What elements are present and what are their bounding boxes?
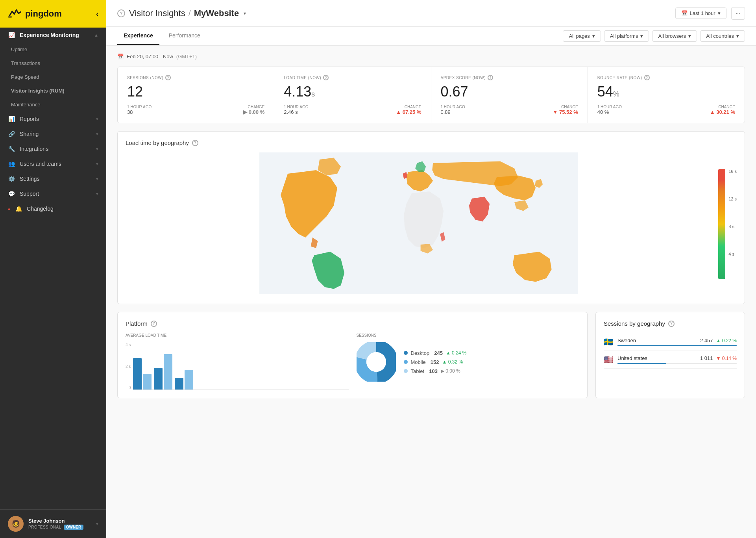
sessions-change: ▶ 0.00 %	[243, 109, 264, 115]
sidebar-collapse-button[interactable]: ‹	[96, 10, 98, 18]
sidebar-item-sharing[interactable]: 🔗 Sharing ▾	[0, 126, 106, 141]
map-area	[126, 152, 712, 296]
desktop-dot	[404, 351, 408, 355]
load-time-change: ▲ 67.25 %	[396, 109, 421, 115]
map-container: 16 s 12 s 8 s 4 s	[126, 152, 737, 296]
filter-all-pages[interactable]: All pages ▾	[563, 30, 601, 42]
geo-help-icon[interactable]: ?	[668, 321, 675, 327]
changelog-dot: ●	[8, 207, 10, 211]
stat-card-load-time: LOAD TIME (NOW) ? 4.13s 1 HOUR AGO 2.46 …	[274, 67, 431, 123]
sweden-info: Sweden 2 457 ▲ 0.22 %	[617, 338, 737, 346]
bottom-grid: Platform ? AVERAGE LOAD TIME 4 s 2 s 0	[117, 312, 745, 398]
pie-legend-mobile: Mobile 152 ▲ 0.32 %	[404, 359, 467, 365]
stat-card-sessions: SESSIONS (NOW) ? 12 1 HOUR AGO 38 CHANGE…	[118, 67, 274, 123]
settings-chevron: ▾	[96, 176, 98, 182]
geo-row-sweden: 🇸🇪 Sweden 2 457 ▲ 0.22 %	[604, 333, 737, 351]
filter-all-platforms[interactable]: All platforms ▾	[604, 30, 649, 42]
stat-card-apdex: APDEX SCORE (NOW) ? 0.67 1 HOUR AGO 0.89…	[431, 67, 588, 123]
date-range: 📅 Feb 20, 07:00 - Now (GMT+1)	[117, 54, 745, 59]
platform-section: Platform ? AVERAGE LOAD TIME 4 s 2 s 0	[117, 312, 588, 398]
sidebar-item-page-speed[interactable]: Page Speed	[0, 70, 106, 84]
load-time-footer: 1 HOUR AGO 2.46 s CHANGE ▲ 67.25 %	[284, 105, 421, 115]
bars	[133, 342, 348, 390]
owner-badge: OWNER	[64, 525, 83, 530]
load-time-value: 4.13s	[284, 83, 421, 100]
bar-tablet-load	[175, 378, 183, 390]
sidebar-nav: 📊 Reports ▾ 🔗 Sharing ▾ 🔧 Integrations ▾…	[0, 111, 106, 216]
experience-monitoring-label: Experience Monitoring	[20, 32, 79, 38]
filter-all-countries[interactable]: All countries ▾	[700, 30, 745, 42]
calendar-icon: 📅	[117, 54, 124, 59]
sessions-value: 12	[127, 83, 264, 100]
apdex-value: 0.67	[441, 83, 578, 100]
more-options-button[interactable]: ···	[731, 7, 745, 20]
platforms-dropdown-arrow: ▾	[640, 33, 643, 39]
bar-chart	[133, 342, 348, 390]
topbar: ? Visitor Insights / MyWebsite ▾ 📅 Last …	[106, 0, 756, 27]
apdex-help-icon[interactable]: ?	[488, 75, 493, 80]
sidebar-item-settings[interactable]: ⚙️ Settings ▾	[0, 171, 106, 186]
calendar-icon: 📅	[681, 10, 688, 16]
map-help-icon[interactable]: ?	[192, 140, 198, 146]
bar-desktop-alt	[143, 374, 152, 390]
bar-mobile-load	[154, 368, 163, 390]
bar-chart-area: 4 s 2 s 0	[126, 342, 349, 390]
sidebar-item-visitor-insights[interactable]: Visitor Insights (RUM)	[0, 84, 106, 98]
apdex-label: APDEX SCORE (NOW) ?	[441, 75, 578, 80]
sidebar-item-users-teams[interactable]: 👥 Users and teams ▾	[0, 156, 106, 171]
platform-help-icon[interactable]: ?	[151, 321, 157, 327]
bounce-rate-change: ▲ 30.21 %	[710, 109, 735, 115]
bounce-rate-help-icon[interactable]: ?	[644, 75, 650, 80]
filter-all-browsers[interactable]: All browsers ▾	[652, 30, 697, 42]
sessions-footer: 1 HOUR AGO 38 CHANGE ▶ 0.00 %	[127, 105, 264, 115]
bounce-rate-value: 54%	[597, 83, 735, 100]
sidebar-item-maintenance[interactable]: Maintenance	[0, 98, 106, 111]
apdex-change: ▼ 75.52 %	[553, 109, 578, 115]
pie-legend-tablet: Tablet 103 ▶ 0.00 %	[404, 368, 467, 374]
website-dropdown-arrow[interactable]: ▾	[244, 11, 246, 16]
tab-performance[interactable]: Performance	[163, 27, 207, 45]
pages-dropdown-arrow: ▾	[592, 33, 595, 39]
sidebar-item-uptime[interactable]: Uptime	[0, 43, 106, 56]
reports-chevron: ▾	[96, 117, 98, 122]
sweden-flag: 🇸🇪	[604, 337, 614, 347]
sharing-chevron: ▾	[96, 132, 98, 137]
user-info: Steve Johnson PROFESSIONAL OWNER	[28, 518, 83, 530]
users-chevron: ▾	[96, 161, 98, 167]
changelog-icon: 🔔	[15, 205, 22, 212]
sidebar-item-changelog[interactable]: ● 🔔 Changelog	[0, 201, 106, 216]
sweden-bar-bg	[617, 345, 737, 346]
load-time-help-icon[interactable]: ?	[323, 75, 329, 80]
user-role: PROFESSIONAL OWNER	[28, 525, 83, 530]
integrations-chevron: ▾	[96, 147, 98, 152]
sweden-bar-fill	[617, 345, 737, 346]
stat-card-bounce-rate: BOUNCE RATE (NOW) ? 54% 1 HOUR AGO 40 % …	[588, 67, 745, 123]
time-range-label: Last 1 hour	[690, 10, 715, 16]
logo-icon	[8, 8, 22, 19]
user-role-label: PROFESSIONAL	[28, 525, 61, 529]
sharing-icon: 🔗	[8, 130, 15, 137]
sessions-help-icon[interactable]: ?	[165, 75, 171, 80]
experience-monitoring-section[interactable]: 📈 Experience Monitoring ▲	[0, 28, 106, 43]
us-bar-fill	[617, 363, 666, 364]
sidebar-item-transactions[interactable]: Transactions	[0, 56, 106, 70]
avg-load-time-chart: AVERAGE LOAD TIME 4 s 2 s 0	[126, 333, 349, 390]
chevron-up-icon: ▲	[94, 33, 98, 37]
tablet-dot	[404, 369, 408, 373]
bar-group-1	[133, 358, 152, 390]
time-range-button[interactable]: 📅 Last 1 hour ▾	[675, 7, 726, 19]
tab-experience[interactable]: Experience	[117, 27, 159, 45]
bar-mobile-alt	[164, 354, 172, 390]
help-icon[interactable]: ?	[117, 9, 125, 17]
geo-row-us: 🇺🇸 United states 1 011 ▼ 0.14 %	[604, 351, 737, 369]
bar-group-3	[175, 370, 193, 390]
sidebar-item-integrations[interactable]: 🔧 Integrations ▾	[0, 141, 106, 156]
pie-area: Desktop 245 ▲ 0.24 % Mobile 152 ▲ 0.32 %	[357, 342, 580, 382]
sidebar-item-support[interactable]: 💬 Support ▾	[0, 186, 106, 201]
y-axis-labels: 4 s 2 s 0	[126, 343, 133, 390]
monitoring-icon: 📈	[8, 32, 15, 39]
user-chevron: ▾	[96, 521, 98, 527]
integrations-icon: 🔧	[8, 145, 15, 152]
sidebar-item-reports[interactable]: 📊 Reports ▾	[0, 111, 106, 126]
map-section-title: Load time by geography ?	[126, 139, 737, 146]
